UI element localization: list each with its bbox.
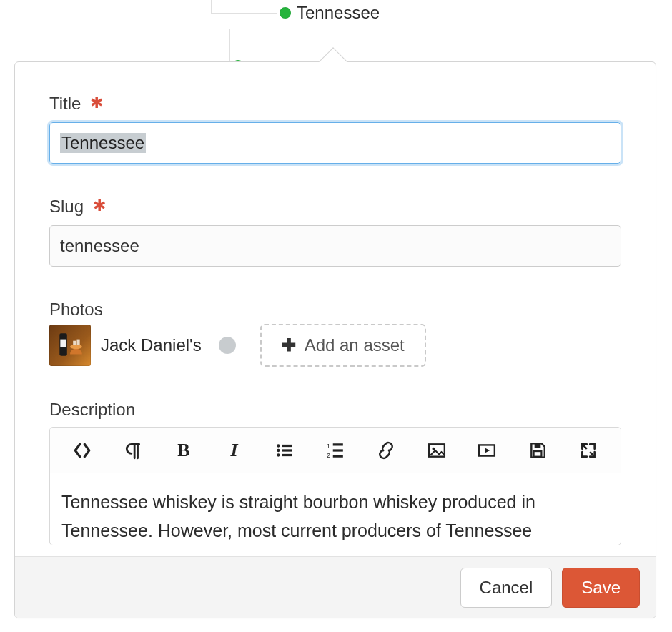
card-footer: Cancel Save	[15, 556, 656, 618]
title-label: Title ✱	[49, 94, 621, 114]
svg-rect-16	[333, 455, 343, 457]
required-icon: ✱	[90, 94, 103, 112]
description-content[interactable]: Tennessee whiskey is straight bourbon wh…	[50, 473, 621, 545]
save-button[interactable]: Save	[562, 568, 640, 608]
svg-rect-21	[534, 451, 542, 457]
svg-rect-3	[73, 341, 76, 345]
cancel-button[interactable]: Cancel	[460, 568, 553, 608]
svg-text:1: 1	[327, 442, 330, 449]
slug-input[interactable]	[49, 225, 621, 267]
tree-connector-horizontal	[211, 13, 277, 14]
fullscreen-icon[interactable]	[563, 428, 613, 473]
rich-text-editor: B I 1 2	[49, 427, 621, 545]
tree-fragment: Tennessee	[0, 0, 672, 64]
add-asset-label: Add an asset	[305, 335, 405, 355]
photos-row: Jack Daniel's ✚ Add an asset	[49, 324, 621, 367]
code-icon[interactable]	[57, 428, 108, 473]
svg-point-10	[277, 453, 280, 456]
svg-rect-5	[226, 345, 228, 345]
title-input-value: Tennessee	[60, 133, 146, 153]
plus-icon: ✚	[282, 335, 296, 355]
photos-label: Photos	[49, 300, 621, 320]
edit-card: Title ✱ Tennessee Slug ✱ Photos	[14, 61, 656, 618]
tree-node-dot[interactable]	[280, 7, 291, 19]
slug-label: Slug ✱	[49, 197, 621, 217]
svg-rect-15	[333, 449, 343, 451]
tree-node-label[interactable]: Tennessee	[297, 3, 380, 23]
italic-button[interactable]: I	[209, 428, 260, 473]
image-icon[interactable]	[411, 428, 462, 473]
svg-rect-4	[76, 340, 79, 345]
svg-text:2: 2	[327, 451, 330, 458]
link-icon[interactable]	[360, 428, 411, 473]
rte-toolbar: B I 1 2	[50, 428, 621, 473]
remove-asset-button[interactable]	[219, 337, 236, 354]
svg-rect-7	[282, 444, 292, 446]
svg-rect-1	[60, 340, 66, 347]
title-label-text: Title	[49, 94, 81, 113]
unordered-list-icon[interactable]	[260, 428, 310, 473]
ordered-list-icon[interactable]: 1 2	[310, 428, 361, 473]
svg-point-2	[70, 345, 82, 349]
description-label: Description	[49, 400, 621, 420]
title-input[interactable]: Tennessee	[49, 122, 621, 164]
asset-name: Jack Daniel's	[101, 335, 202, 355]
save-icon[interactable]	[513, 428, 563, 473]
slug-label-text: Slug	[49, 197, 84, 216]
required-icon: ✱	[93, 197, 106, 214]
svg-rect-13	[333, 443, 343, 445]
asset-thumbnail[interactable]	[49, 325, 91, 366]
bold-button[interactable]: B	[158, 428, 209, 473]
svg-rect-20	[535, 443, 541, 448]
video-icon[interactable]	[462, 428, 513, 473]
svg-rect-11	[282, 453, 292, 455]
svg-point-8	[277, 448, 280, 451]
paragraph-icon[interactable]	[108, 428, 159, 473]
card-body: Title ✱ Tennessee Slug ✱ Photos	[15, 62, 656, 545]
add-asset-button[interactable]: ✚ Add an asset	[260, 324, 426, 367]
svg-point-6	[277, 444, 280, 447]
svg-rect-9	[282, 449, 292, 451]
tree-connector-vertical	[211, 0, 212, 13]
